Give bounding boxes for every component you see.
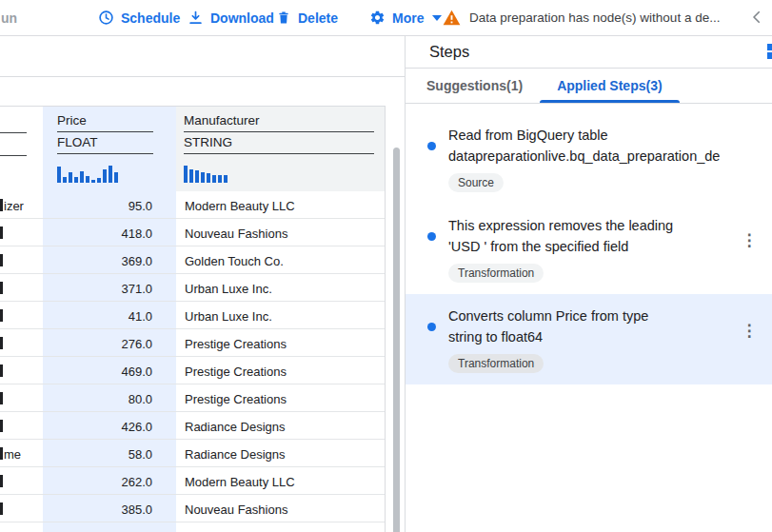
table-row[interactable]: izer 95.0 Modern Beauty LLC <box>0 191 385 219</box>
cell-manufacturer: Urban Luxe Inc. <box>176 302 385 328</box>
table-row[interactable]: 369.0 Golden Touch Co. <box>0 246 385 274</box>
cell-price: 262.0 <box>43 467 176 494</box>
table-row[interactable]: 418.0 Nouveau Fashions <box>0 219 385 246</box>
cell-clipped <box>0 219 43 246</box>
cell-price: 41.0 <box>43 302 176 328</box>
table-row[interactable]: 262.0 Modern Beauty LLC <box>0 467 385 495</box>
cell-manufacturer: Prestige Creations <box>176 384 385 411</box>
histogram-bar <box>91 180 95 183</box>
tab-suggestions[interactable]: Suggestions(1) <box>409 69 540 103</box>
cell-clipped: izer <box>0 191 43 218</box>
table-row[interactable]: 426.0 Radiance Designs <box>0 412 385 440</box>
histogram-bar <box>207 173 210 183</box>
chevron-left-icon[interactable] <box>748 9 765 26</box>
cell-clipped <box>0 384 43 411</box>
table-row-partial[interactable] <box>0 522 385 532</box>
table-row[interactable]: 276.0 Prestige Creations <box>0 329 385 357</box>
table-row[interactable]: 41.0 Urban Luxe Inc. <box>0 302 385 329</box>
panel-title: Steps <box>429 43 469 61</box>
column-header-price[interactable]: Price FLOAT <box>43 107 176 191</box>
cell-manufacturer: Radiance Designs <box>176 412 385 439</box>
cell-clipped <box>0 329 43 356</box>
clipped-panel-icon[interactable] <box>767 44 772 60</box>
step-dot-icon <box>427 323 436 331</box>
column-header-clipped[interactable] <box>0 107 43 191</box>
cell-clipped <box>0 357 43 384</box>
run-button-clipped[interactable]: un <box>1 0 17 35</box>
column-type: FLOAT <box>57 135 153 154</box>
histogram-bar <box>69 172 72 183</box>
histogram-bar <box>86 176 89 183</box>
vertical-scrollbar[interactable] <box>393 148 400 532</box>
step-type-badge: Transformation <box>448 264 544 283</box>
step-item-transformation-2-selected[interactable]: Converts column Price from type string t… <box>406 294 772 384</box>
histogram-bar <box>218 175 222 183</box>
table-row[interactable]: me 58.0 Radiance Designs <box>0 440 385 467</box>
histogram-bar <box>114 172 118 183</box>
manufacturer-histogram[interactable] <box>184 166 385 183</box>
data-preview-area: Price FLOAT Manufacturer STRING izer 95.… <box>0 36 405 532</box>
download-label: Download <box>210 10 274 26</box>
cell-clipped <box>0 302 43 328</box>
steps-tabs: Suggestions(1) Applied Steps(3) <box>406 69 772 104</box>
table-row[interactable]: 80.0 Prestige Creations <box>0 384 385 412</box>
column-name: Price <box>57 113 153 132</box>
cell-manufacturer: Radiance Designs <box>176 440 385 466</box>
histogram-bar <box>57 167 61 183</box>
more-label: More <box>392 10 424 26</box>
step-title-line: datapreparationlive.bq_data_preparation_… <box>448 146 734 167</box>
download-icon <box>188 10 204 26</box>
cell-price: 418.0 <box>43 219 176 246</box>
histogram-bar <box>195 170 199 183</box>
cell-price: 469.0 <box>43 357 176 384</box>
table-row[interactable]: 385.0 Nouveau Fashions <box>0 495 385 522</box>
download-button[interactable]: Download <box>188 0 274 35</box>
table-row[interactable]: 371.0 Urban Luxe Inc. <box>0 274 385 302</box>
cell-price <box>43 522 176 532</box>
delete-button[interactable]: Delete <box>276 0 338 35</box>
histogram-bar <box>103 169 107 183</box>
table-row[interactable]: 469.0 Prestige Creations <box>0 357 385 384</box>
step-item-transformation-1[interactable]: This expression removes the leading 'USD… <box>406 204 772 294</box>
cell-manufacturer: Urban Luxe Inc. <box>176 274 385 301</box>
step-title-line: This expression removes the leading <box>448 215 734 236</box>
applied-steps-list: Read from BigQuery table datapreparation… <box>406 104 772 384</box>
schedule-button[interactable]: Schedule <box>98 0 180 35</box>
tab-applied-steps[interactable]: Applied Steps(3) <box>540 69 679 103</box>
cell-price: 276.0 <box>43 329 176 356</box>
steps-panel-header: Steps <box>406 36 772 69</box>
step-item-source[interactable]: Read from BigQuery table datapreparation… <box>406 113 772 204</box>
more-button[interactable]: More <box>369 0 442 35</box>
cell-manufacturer: Nouveau Fashions <box>176 219 385 246</box>
cell-manufacturer: Nouveau Fashions <box>176 495 385 522</box>
warning-triangle-icon <box>443 10 461 26</box>
histogram-bar <box>212 175 216 183</box>
chevron-down-icon <box>432 15 442 21</box>
histogram-bar <box>224 175 228 183</box>
histogram-bar <box>189 169 193 183</box>
cell-price: 58.0 <box>43 440 176 466</box>
cell-manufacturer <box>176 522 385 532</box>
step-dot-icon <box>427 232 436 241</box>
divider <box>0 76 405 77</box>
step-title-line: Read from BigQuery table <box>448 125 734 146</box>
step-title-line: Converts column Price from type <box>448 305 734 326</box>
histogram-bar <box>184 166 188 183</box>
delete-label: Delete <box>298 10 338 26</box>
trash-icon <box>276 10 291 26</box>
table-header-row: Price FLOAT Manufacturer STRING <box>0 107 385 191</box>
cell-clipped <box>0 495 43 522</box>
toolbar: un Schedule Download <box>0 0 772 36</box>
cell-price: 95.0 <box>43 191 176 218</box>
kebab-menu-icon[interactable]: ⋮ <box>741 229 758 252</box>
histogram-bar <box>74 177 78 183</box>
bigquery-data-preparation-screen: un Schedule Download <box>0 0 772 532</box>
cell-price: 385.0 <box>43 495 176 522</box>
cell-clipped <box>0 274 43 301</box>
cell-clipped <box>0 467 43 494</box>
cell-price: 426.0 <box>43 412 176 439</box>
histogram-bar <box>201 172 205 183</box>
price-histogram[interactable] <box>57 166 176 183</box>
kebab-menu-icon[interactable]: ⋮ <box>741 320 758 343</box>
column-header-manufacturer[interactable]: Manufacturer STRING <box>176 107 385 191</box>
